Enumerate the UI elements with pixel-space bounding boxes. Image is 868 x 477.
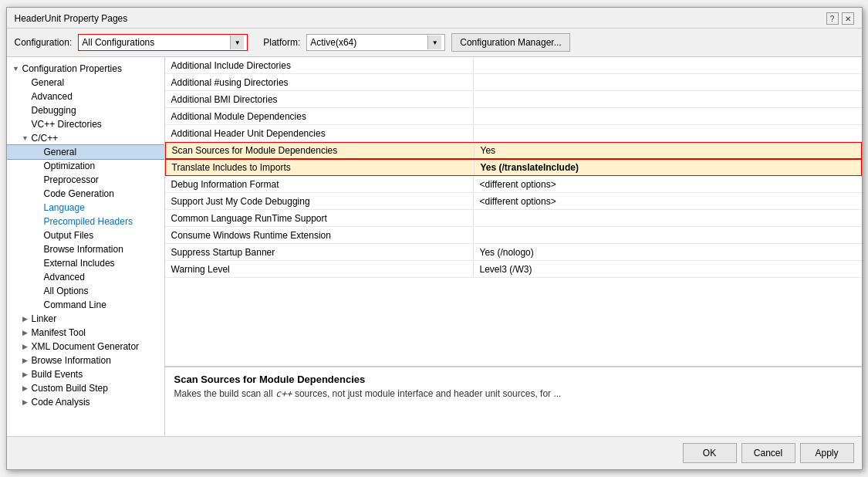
tree-row-xml-doc[interactable]: ▶ XML Document Generator [7, 340, 164, 354]
tree-row-output-files[interactable]: Output Files [7, 228, 164, 242]
prop-value-add-module [474, 114, 862, 119]
tree-row-config-props[interactable]: ▼ Configuration Properties [7, 62, 164, 76]
tree-label-cpp-general: General [44, 147, 77, 157]
prop-value-scan-sources: Yes [475, 143, 861, 158]
expand-icon-manifest: ▶ [19, 326, 32, 339]
spacer-ext [32, 257, 44, 269]
tree-label-custom-build: Custom Build Step [32, 383, 108, 394]
table-row[interactable]: Consume Windows Runtime Extension [165, 227, 862, 244]
apply-button[interactable]: Apply [800, 443, 854, 463]
prop-value-add-include [474, 63, 862, 68]
tree-row-code-gen[interactable]: Code Generation [7, 187, 164, 201]
tree-row-cpp-advanced[interactable]: Advanced [7, 270, 164, 284]
tree-row-code-analysis[interactable]: ▶ Code Analysis [7, 395, 164, 409]
dialog-title: HeaderUnit Property Pages [15, 13, 128, 24]
spacer-preprocessor [32, 174, 44, 186]
prop-name-clr: Common Language RunTime Support [165, 211, 474, 226]
prop-name-warning-level: Warning Level [165, 262, 474, 277]
prop-name-translate-inc: Translate Includes to Imports [166, 160, 475, 175]
tree-row-vc-dirs[interactable]: VC++ Directories [7, 117, 164, 131]
tree-row-language[interactable]: Language [7, 201, 164, 215]
configuration-combo[interactable]: All Configurations ▼ [78, 34, 248, 51]
table-row[interactable]: Suppress Startup Banner Yes (/nologo) [165, 244, 862, 261]
prop-value-add-header [474, 131, 862, 136]
tree-label-optimization: Optimization [44, 161, 96, 171]
tree-row-optimization[interactable]: Optimization [7, 159, 164, 173]
spacer-cpp-adv [32, 271, 44, 283]
tree-label-general: General [32, 77, 65, 88]
tree-label-cpp: C/C++ [32, 133, 59, 144]
expand-icon-config-props: ▼ [10, 63, 22, 75]
spacer-debugging [19, 104, 32, 117]
tree-row-browse-info-top[interactable]: ▶ Browse Information [7, 354, 164, 367]
tree-label-cpp-advanced: Advanced [44, 272, 85, 282]
tree-row-ext-includes[interactable]: External Includes [7, 256, 164, 270]
table-row[interactable]: Additional Include Directories [165, 57, 862, 74]
ok-button[interactable]: OK [683, 443, 737, 463]
table-row[interactable]: Common Language RunTime Support [165, 210, 862, 227]
prop-value-add-bmi [474, 97, 862, 102]
expand-icon-code-analysis: ▶ [19, 396, 32, 408]
spacer-codegen [32, 188, 44, 200]
right-panel: Additional Include Directories Additiona… [165, 57, 862, 436]
configuration-label: Configuration: [15, 37, 73, 48]
tree-row-preprocessor[interactable]: Preprocessor [7, 173, 164, 187]
table-row[interactable]: Warning Level Level3 (/W3) [165, 261, 862, 278]
tree-row-cpp-general[interactable]: General [7, 145, 164, 159]
tree-row-advanced-top[interactable]: Advanced [7, 90, 164, 103]
tree-label-build-events: Build Events [32, 369, 83, 380]
prop-value-debug-info: <different options> [474, 177, 862, 192]
table-row[interactable]: Support Just My Code Debugging <differen… [165, 193, 862, 210]
prop-name-add-bmi: Additional BMI Directories [165, 92, 474, 107]
table-row[interactable]: Additional Module Dependencies [165, 108, 862, 125]
spacer-cpp-general [32, 146, 44, 158]
tree-row-debugging[interactable]: Debugging [7, 103, 164, 117]
prop-name-add-module: Additional Module Dependencies [165, 109, 474, 124]
tree-label-ext-includes: External Includes [44, 258, 115, 269]
expand-icon-cpp: ▼ [19, 132, 32, 144]
spacer-precomp [32, 215, 44, 228]
tree-row-cpp[interactable]: ▼ C/C++ [7, 131, 164, 145]
tree-row-build-events[interactable]: ▶ Build Events [7, 367, 164, 381]
prop-value-warning-level: Level3 (/W3) [474, 262, 862, 277]
table-row-scan-sources[interactable]: Scan Sources for Module Dependencies Yes [165, 142, 862, 159]
tree-label-xml-doc: XML Document Generator [32, 341, 140, 352]
tree-label-debugging: Debugging [32, 105, 76, 116]
tree-row-precomp[interactable]: Precompiled Headers [7, 215, 164, 228]
prop-name-consume-win: Consume Windows Runtime Extension [165, 228, 474, 243]
platform-combo[interactable]: Active(x64) ▼ [306, 34, 445, 51]
tree-row-browse-info-cpp[interactable]: Browse Information [7, 242, 164, 256]
table-row[interactable]: Additional #using Directories [165, 74, 862, 91]
prop-name-debug-info: Debug Information Format [165, 177, 474, 192]
cancel-button[interactable]: Cancel [741, 443, 795, 463]
platform-label: Platform: [263, 37, 300, 48]
prop-value-translate-inc: Yes (/translateInclude) [475, 160, 861, 175]
spacer-browse-cpp [32, 243, 44, 255]
tree-row-general[interactable]: General [7, 76, 164, 90]
help-button[interactable]: ? [826, 12, 839, 25]
close-button[interactable]: ✕ [842, 12, 854, 25]
tree-row-linker[interactable]: ▶ Linker [7, 312, 164, 326]
table-row[interactable]: Additional BMI Directories [165, 91, 862, 108]
tree-row-all-options[interactable]: All Options [7, 284, 164, 298]
tree-row-command-line[interactable]: Command Line [7, 298, 164, 312]
tree-label-linker: Linker [32, 313, 57, 324]
tree-label-precomp: Precompiled Headers [44, 216, 133, 227]
platform-dropdown-arrow[interactable]: ▼ [427, 36, 441, 49]
tree-label-vc-dirs: VC++ Directories [32, 119, 102, 130]
prop-value-just-my-code: <different options> [474, 194, 862, 209]
tree-item-config-props: ▼ Configuration Properties General Advan… [7, 60, 164, 411]
tree-label-preprocessor: Preprocessor [44, 174, 99, 185]
prop-value-clr [474, 216, 862, 221]
tree-row-manifest[interactable]: ▶ Manifest Tool [7, 326, 164, 340]
spacer-all [32, 285, 44, 297]
configuration-manager-button[interactable]: Configuration Manager... [451, 33, 569, 52]
tree-label-config-props: Configuration Properties [22, 63, 122, 74]
configuration-dropdown-arrow[interactable]: ▼ [230, 36, 244, 49]
table-row[interactable]: Additional Header Unit Dependencies [165, 125, 862, 142]
table-row-translate-inc[interactable]: Translate Includes to Imports Yes (/tran… [165, 159, 862, 176]
tree-label-all-options: All Options [44, 286, 89, 296]
table-row[interactable]: Debug Information Format <different opti… [165, 176, 862, 193]
tree-row-custom-build[interactable]: ▶ Custom Build Step [7, 381, 164, 395]
prop-value-consume-win [474, 233, 862, 238]
